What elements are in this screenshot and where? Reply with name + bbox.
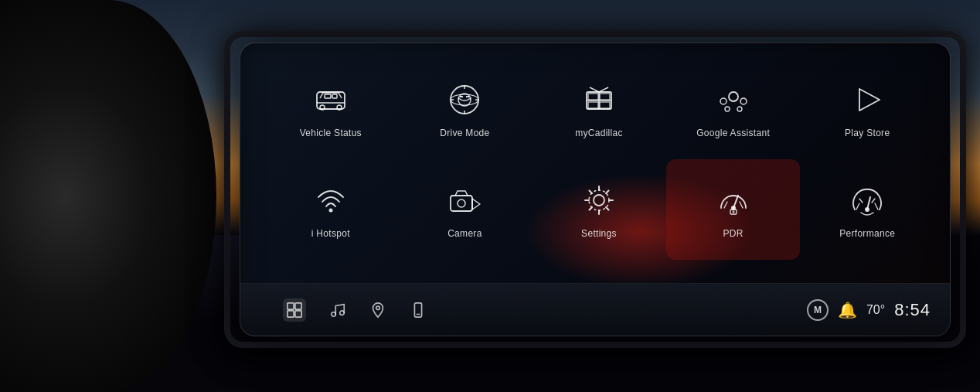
play-store-label: Play Store [845, 128, 890, 138]
svg-rect-14 [600, 94, 610, 100]
pdr-label: PDR [723, 228, 743, 239]
app-my-cadillac[interactable]: myCadillac [532, 59, 666, 159]
svg-rect-3 [325, 94, 331, 98]
svg-rect-34 [295, 302, 301, 308]
temperature-display: 70° [866, 303, 885, 317]
camera-icon [444, 180, 485, 220]
taskbar-icons [240, 298, 807, 322]
svg-point-31 [732, 211, 734, 213]
infotainment-screen: Vehicle Status Drive Mode [240, 43, 951, 336]
svg-point-17 [729, 92, 738, 101]
svg-rect-15 [588, 102, 598, 108]
steering-wheel-area [0, 0, 216, 392]
settings-icon [579, 180, 619, 220]
taskbar-status: M 🔔 70° 8:54 [807, 299, 950, 321]
svg-point-27 [594, 195, 604, 206]
google-assistant-icon [713, 80, 754, 120]
svg-rect-36 [295, 310, 301, 316]
svg-point-18 [720, 98, 726, 104]
app-vehicle-status[interactable]: Vehicle Status [264, 59, 398, 159]
app-settings[interactable]: Settings [532, 159, 666, 260]
svg-point-19 [740, 98, 747, 104]
vehicle-status-label: Vehicle Status [300, 128, 362, 138]
camera-label: Camera [447, 228, 481, 239]
svg-marker-25 [472, 199, 480, 210]
svg-rect-24 [451, 196, 472, 211]
app-hotspot[interactable]: i Hotspot [264, 159, 398, 260]
mode-indicator[interactable]: M [807, 299, 829, 321]
svg-point-26 [458, 199, 465, 207]
taskbar-location-button[interactable] [369, 302, 386, 319]
app-google-assistant[interactable]: Google Assistant [666, 59, 801, 159]
taskbar-grid-button[interactable] [283, 298, 306, 322]
pdr-icon [713, 180, 754, 220]
svg-point-32 [865, 207, 869, 212]
performance-icon [847, 180, 887, 220]
app-pdr[interactable]: PDR [666, 159, 801, 260]
clock-display: 8:54 [894, 300, 931, 320]
svg-point-21 [737, 107, 742, 111]
svg-point-38 [340, 310, 345, 315]
app-play-store[interactable]: Play Store [800, 59, 934, 159]
svg-point-5 [451, 86, 478, 114]
vehicle-status-icon [311, 80, 351, 120]
svg-point-39 [376, 305, 380, 309]
performance-label: Performance [839, 228, 895, 239]
svg-point-20 [725, 107, 730, 111]
svg-point-23 [328, 209, 332, 213]
hotspot-label: i Hotspot [311, 228, 350, 239]
svg-rect-4 [332, 94, 337, 98]
settings-label: Settings [581, 228, 617, 239]
cadillac-logo-icon [579, 80, 619, 120]
hotspot-icon [311, 180, 351, 220]
taskbar: M 🔔 70° 8:54 [240, 283, 950, 336]
svg-rect-40 [414, 302, 421, 316]
taskbar-phone-button[interactable] [410, 302, 427, 319]
app-performance[interactable]: Performance [800, 159, 934, 260]
svg-point-7 [451, 94, 478, 105]
svg-marker-22 [859, 89, 880, 111]
app-drive-mode[interactable]: Drive Mode [398, 59, 533, 159]
play-store-icon [847, 80, 887, 120]
svg-point-37 [332, 312, 336, 316]
drive-mode-label: Drive Mode [440, 128, 489, 138]
taskbar-music-button[interactable] [329, 302, 346, 319]
drive-mode-icon [444, 80, 485, 120]
app-grid: Vehicle Status Drive Mode [264, 59, 934, 260]
svg-rect-35 [288, 310, 294, 316]
app-camera[interactable]: Camera [398, 159, 533, 260]
my-cadillac-label: myCadillac [575, 128, 623, 138]
google-assistant-label: Google Assistant [696, 128, 770, 138]
notification-bell[interactable]: 🔔 [838, 301, 857, 319]
svg-rect-16 [600, 102, 610, 108]
svg-rect-13 [588, 94, 598, 100]
svg-rect-33 [288, 302, 294, 308]
